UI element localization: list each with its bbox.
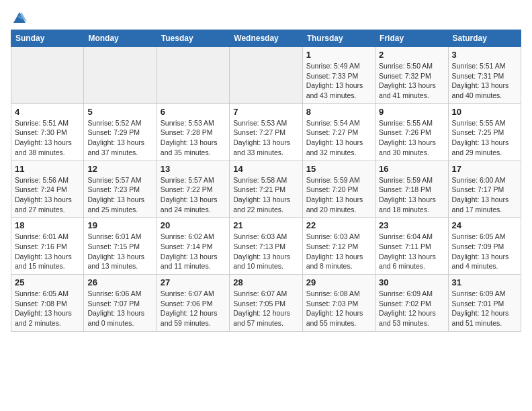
calendar-cell: 16Sunrise: 5:59 AMSunset: 7:18 PMDayligh…: [375, 161, 448, 218]
day-number: 1: [306, 50, 371, 60]
day-info: Sunrise: 6:03 AMSunset: 7:13 PMDaylight:…: [233, 232, 298, 271]
calendar-cell: 21Sunrise: 6:03 AMSunset: 7:13 PMDayligh…: [230, 218, 302, 275]
calendar-week-4: 18Sunrise: 6:01 AMSunset: 7:16 PMDayligh…: [11, 218, 521, 275]
day-info: Sunrise: 5:57 AMSunset: 7:22 PMDaylight:…: [161, 175, 226, 215]
day-number: 4: [15, 107, 80, 117]
day-info: Sunrise: 6:01 AMSunset: 7:15 PMDaylight:…: [87, 232, 152, 271]
day-number: 3: [452, 50, 517, 60]
day-info: Sunrise: 5:55 AMSunset: 7:26 PMDaylight:…: [379, 118, 444, 158]
day-info: Sunrise: 6:08 AMSunset: 7:03 PMDaylight:…: [306, 289, 371, 328]
day-number: 9: [379, 107, 444, 117]
day-number: 11: [15, 164, 80, 174]
day-number: 2: [379, 50, 444, 60]
day-info: Sunrise: 6:09 AMSunset: 7:02 PMDaylight:…: [379, 289, 444, 328]
calendar-cell: 3Sunrise: 5:51 AMSunset: 7:31 PMDaylight…: [448, 47, 521, 104]
day-number: 7: [233, 107, 298, 117]
calendar-cell: 29Sunrise: 6:08 AMSunset: 7:03 PMDayligh…: [302, 275, 375, 332]
day-number: 26: [87, 277, 152, 287]
calendar-week-1: 1Sunrise: 5:49 AMSunset: 7:33 PMDaylight…: [11, 47, 521, 104]
calendar-cell: 7Sunrise: 5:53 AMSunset: 7:27 PMDaylight…: [230, 103, 302, 161]
day-info: Sunrise: 5:51 AMSunset: 7:31 PMDaylight:…: [452, 61, 517, 101]
day-header-row: SundayMondayTuesdayWednesdayThursdayFrid…: [11, 30, 521, 47]
calendar-cell: 26Sunrise: 6:06 AMSunset: 7:07 PMDayligh…: [84, 275, 157, 332]
calendar-table: SundayMondayTuesdayWednesdayThursdayFrid…: [11, 30, 521, 332]
calendar-cell: 22Sunrise: 6:03 AMSunset: 7:12 PMDayligh…: [302, 218, 375, 275]
day-number: 14: [233, 164, 298, 174]
day-number: 20: [161, 220, 226, 230]
day-info: Sunrise: 6:00 AMSunset: 7:17 PMDaylight:…: [452, 175, 517, 215]
day-header-monday: Monday: [84, 30, 157, 47]
day-info: Sunrise: 5:55 AMSunset: 7:25 PMDaylight:…: [452, 118, 517, 158]
day-info: Sunrise: 5:57 AMSunset: 7:23 PMDaylight:…: [87, 175, 152, 215]
calendar-cell: 15Sunrise: 5:59 AMSunset: 7:20 PMDayligh…: [302, 161, 375, 218]
day-number: 15: [306, 164, 371, 174]
day-info: Sunrise: 5:56 AMSunset: 7:24 PMDaylight:…: [15, 175, 80, 215]
calendar-cell: 30Sunrise: 6:09 AMSunset: 7:02 PMDayligh…: [375, 275, 448, 332]
day-header-saturday: Saturday: [448, 30, 521, 47]
day-number: 8: [306, 107, 371, 117]
day-number: 13: [161, 164, 226, 174]
day-header-friday: Friday: [375, 30, 448, 47]
day-number: 24: [452, 220, 517, 230]
calendar-week-3: 11Sunrise: 5:56 AMSunset: 7:24 PMDayligh…: [11, 161, 521, 218]
day-info: Sunrise: 6:05 AMSunset: 7:08 PMDaylight:…: [15, 289, 80, 328]
day-info: Sunrise: 5:53 AMSunset: 7:27 PMDaylight:…: [233, 118, 298, 158]
calendar-cell: 6Sunrise: 5:53 AMSunset: 7:28 PMDaylight…: [157, 103, 229, 161]
day-info: Sunrise: 6:07 AMSunset: 7:06 PMDaylight:…: [161, 289, 226, 328]
calendar-cell: 11Sunrise: 5:56 AMSunset: 7:24 PMDayligh…: [11, 161, 84, 218]
calendar-cell: [230, 47, 302, 104]
calendar-week-5: 25Sunrise: 6:05 AMSunset: 7:08 PMDayligh…: [11, 275, 521, 332]
day-number: 21: [233, 220, 298, 230]
day-number: 12: [87, 164, 152, 174]
day-info: Sunrise: 6:02 AMSunset: 7:14 PMDaylight:…: [161, 232, 226, 271]
calendar-cell: 2Sunrise: 5:50 AMSunset: 7:32 PMDaylight…: [375, 47, 448, 104]
day-header-wednesday: Wednesday: [230, 30, 302, 47]
day-number: 19: [87, 220, 152, 230]
day-number: 17: [452, 164, 517, 174]
day-info: Sunrise: 6:07 AMSunset: 7:05 PMDaylight:…: [233, 289, 298, 328]
calendar-cell: 8Sunrise: 5:54 AMSunset: 7:27 PMDaylight…: [302, 103, 375, 161]
calendar-cell: 25Sunrise: 6:05 AMSunset: 7:08 PMDayligh…: [11, 275, 84, 332]
calendar-cell: 9Sunrise: 5:55 AMSunset: 7:26 PMDaylight…: [375, 103, 448, 161]
calendar-cell: 1Sunrise: 5:49 AMSunset: 7:33 PMDaylight…: [302, 47, 375, 104]
day-info: Sunrise: 6:05 AMSunset: 7:09 PMDaylight:…: [452, 232, 517, 271]
calendar-cell: 24Sunrise: 6:05 AMSunset: 7:09 PMDayligh…: [448, 218, 521, 275]
logo-icon: [12, 11, 27, 26]
calendar-body: 1Sunrise: 5:49 AMSunset: 7:33 PMDaylight…: [11, 47, 521, 332]
calendar-cell: 19Sunrise: 6:01 AMSunset: 7:15 PMDayligh…: [84, 218, 157, 275]
calendar-cell: 18Sunrise: 6:01 AMSunset: 7:16 PMDayligh…: [11, 218, 84, 275]
day-header-sunday: Sunday: [11, 30, 84, 47]
calendar-cell: 12Sunrise: 5:57 AMSunset: 7:23 PMDayligh…: [84, 161, 157, 218]
calendar-cell: 10Sunrise: 5:55 AMSunset: 7:25 PMDayligh…: [448, 103, 521, 161]
calendar-cell: [84, 47, 157, 104]
day-info: Sunrise: 6:04 AMSunset: 7:11 PMDaylight:…: [379, 232, 444, 271]
day-number: 28: [233, 277, 298, 287]
day-info: Sunrise: 5:53 AMSunset: 7:28 PMDaylight:…: [161, 118, 226, 158]
day-number: 22: [306, 220, 371, 230]
day-number: 25: [15, 277, 80, 287]
day-number: 23: [379, 220, 444, 230]
day-info: Sunrise: 6:09 AMSunset: 7:01 PMDaylight:…: [452, 289, 517, 328]
calendar-cell: 4Sunrise: 5:51 AMSunset: 7:30 PMDaylight…: [11, 103, 84, 161]
calendar-header: SundayMondayTuesdayWednesdayThursdayFrid…: [11, 30, 521, 47]
day-info: Sunrise: 6:03 AMSunset: 7:12 PMDaylight:…: [306, 232, 371, 271]
day-info: Sunrise: 5:54 AMSunset: 7:27 PMDaylight:…: [306, 118, 371, 158]
day-number: 5: [87, 107, 152, 117]
logo: [11, 11, 27, 21]
day-header-thursday: Thursday: [302, 30, 375, 47]
day-number: 10: [452, 107, 517, 117]
calendar-cell: [11, 47, 84, 104]
day-info: Sunrise: 5:59 AMSunset: 7:18 PMDaylight:…: [379, 175, 444, 215]
calendar-cell: 27Sunrise: 6:07 AMSunset: 7:06 PMDayligh…: [157, 275, 229, 332]
day-number: 16: [379, 164, 444, 174]
day-number: 31: [452, 277, 517, 287]
day-number: 6: [161, 107, 226, 117]
day-header-tuesday: Tuesday: [157, 30, 229, 47]
day-number: 29: [306, 277, 371, 287]
calendar-cell: 20Sunrise: 6:02 AMSunset: 7:14 PMDayligh…: [157, 218, 229, 275]
day-number: 30: [379, 277, 444, 287]
calendar-cell: 17Sunrise: 6:00 AMSunset: 7:17 PMDayligh…: [448, 161, 521, 218]
day-number: 27: [161, 277, 226, 287]
day-info: Sunrise: 5:50 AMSunset: 7:32 PMDaylight:…: [379, 61, 444, 101]
calendar-cell: 13Sunrise: 5:57 AMSunset: 7:22 PMDayligh…: [157, 161, 229, 218]
